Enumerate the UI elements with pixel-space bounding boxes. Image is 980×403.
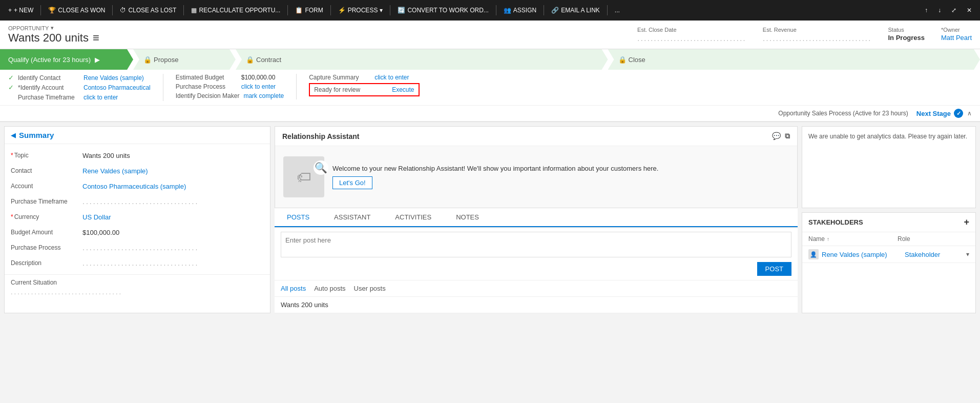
stakeholders-add-button[interactable]: + [964,217,969,228]
contact-value[interactable]: Rene Valdes (sample) [82,167,264,175]
ra-action-icons: 💬 ⧉ [772,132,790,140]
filter-auto-posts[interactable]: Auto posts [314,285,345,292]
close-as-won-button[interactable]: 🏆 CLOSE AS WON [44,5,109,16]
toolbar-separator-9 [607,5,608,15]
post-input[interactable] [281,232,791,257]
stage-contract[interactable]: 🔒 Contract [236,49,608,70]
down-button[interactable]: ↓ [934,5,945,16]
contract-label: Contract [256,56,281,64]
est-revenue-value: ................................. [763,34,872,43]
purchase-timeframe-form-value[interactable]: ................................. [82,197,264,206]
toolbar-separator-7 [496,5,496,15]
col-name-label: Name [808,235,825,243]
process-chevron-icon: ▾ [380,7,383,14]
first-post-item: Wants 200 units [275,297,798,313]
form-row-description: Description ............................… [11,256,264,270]
ra-expand-icon[interactable]: ⧉ [785,132,790,140]
stage-col-3: Capture Summary click to enter Ready for… [309,74,431,96]
more-label: ... [615,7,620,14]
up-button[interactable]: ↑ [921,5,932,16]
title-menu-icon[interactable]: ≡ [93,31,99,45]
summary-section-header[interactable]: ◀ Summary [5,127,270,144]
stage-row-capture-summary: Capture Summary click to enter [309,74,419,81]
right-section: We are unable to get analytics data. Ple… [802,126,976,313]
purchase-timeframe-form-label: Purchase Timeframe [11,198,82,205]
expand-button[interactable]: ⤢ [947,5,961,16]
stage-qualify[interactable]: Qualify (Active for 23 hours) ▶ [0,49,133,70]
description-value[interactable]: ................................. [82,259,264,267]
close-lock-icon: 🔒 [618,56,627,64]
collapse-icon[interactable]: ∧ [967,110,972,117]
tab-assistant[interactable]: ASSISTANT [322,208,383,227]
assign-icon: 👥 [504,7,511,14]
header-left: OPPORTUNITY ▾ Wants 200 units ≡ [8,25,99,45]
stakeholders-header: STAKEHOLDERS + [802,213,975,232]
execute-value[interactable]: Execute [392,86,414,93]
stakeholders-columns: Name ↑ Role [802,232,975,246]
current-situation-value[interactable]: ................................. [11,288,264,296]
currency-value[interactable]: US Dollar [82,213,264,221]
account-value[interactable]: Contoso Pharmaceuticals (sample) [82,183,264,190]
toolbar-separator-2 [112,5,113,15]
email-link-button[interactable]: 🔗 EMAIL A LINK [547,5,604,16]
stage-row-purchase-timeframe: ✓ Purchase Timeframe click to enter [8,93,151,101]
form-button[interactable]: 📋 FORM [291,5,327,16]
header-meta: Est. Close Date ........................… [637,27,972,43]
status-value: In Progress [888,34,925,42]
filter-user-posts[interactable]: User posts [354,285,386,292]
identify-decision-maker-value[interactable]: mark complete [243,92,284,99]
identify-account-label: *Identify Account [18,84,79,91]
identify-account-value[interactable]: Contoso Pharmaceutical [84,84,151,91]
tab-posts[interactable]: POSTS [275,208,322,227]
stage-footer: Opportunity Sales Process (Active for 23… [0,106,980,122]
contact-label: Contact [11,167,82,174]
stakeholder-name[interactable]: Rene Valdes (sample) [822,251,905,258]
purchase-timeframe-value[interactable]: click to enter [84,94,118,101]
filter-all-posts[interactable]: All posts [281,285,306,292]
email-label: EMAIL A LINK [561,7,600,14]
next-stage-button[interactable]: Next Stage ✓ [916,109,963,118]
close-button[interactable]: ✕ [963,5,976,16]
lets-go-button[interactable]: Let's Go! [332,176,372,189]
ra-chat-icon[interactable]: 💬 [772,132,781,140]
purchase-process-value[interactable]: click to enter [241,83,276,90]
stakeholder-role[interactable]: Stakeholder [905,251,966,258]
status-label: Status [888,27,925,33]
more-button[interactable]: ... [611,5,624,16]
convert-button[interactable]: 🔄 CONVERT TO WORK ORD... [393,5,492,16]
col-role: Role [898,235,959,243]
post-button[interactable]: POST [757,262,791,276]
toolbar-separator-1 [40,5,41,15]
close-as-lost-button[interactable]: ⏱ CLOSE AS LOST [116,5,180,16]
stage-close[interactable]: 🔒 Close [608,49,981,70]
identify-contact-value[interactable]: Rene Valdes (sample) [84,74,144,82]
stakeholders-panel: STAKEHOLDERS + Name ↑ Role 👤 Rene Valdes… [802,212,976,313]
tab-notes[interactable]: NOTES [444,208,491,227]
owner-value[interactable]: Matt Peart [941,34,972,42]
sort-name-icon[interactable]: ↑ [827,236,829,242]
breadcrumb[interactable]: OPPORTUNITY ▾ [8,25,99,31]
currency-label: Currency [11,213,82,220]
purchase-process-form-value[interactable]: ................................. [82,244,264,252]
capture-summary-label: Capture Summary [309,74,370,81]
current-situation-label: Current Situation [11,279,264,286]
assign-button[interactable]: 👥 ASSIGN [499,5,540,16]
current-situation: Current Situation ......................… [5,274,270,300]
capture-summary-value[interactable]: click to enter [374,74,409,81]
ra-title: Relationship Assistant [282,132,359,140]
stage-row-estimated-budget: Estimated Budget $100,000.00 [176,74,284,81]
stakeholder-avatar: 👤 [808,249,819,259]
new-button[interactable]: + + NEW [4,5,37,16]
stage-row-purchase-process: Purchase Process click to enter [176,83,284,90]
est-close-date-field: Est. Close Date ........................… [637,27,746,43]
account-label: Account [11,183,82,190]
process-button[interactable]: ⚡ PROCESS ▾ [334,5,387,16]
form-row-budget: Budget Amount $100,000.00 [11,225,264,239]
stakeholder-expand-icon[interactable]: ▾ [966,251,969,258]
stage-col-2: Estimated Budget $100,000.00 Purchase Pr… [176,74,297,99]
stage-propose[interactable]: 🔒 Propose [133,49,236,70]
post-footer: POST [281,262,791,276]
recalculate-button[interactable]: ▦ RECALCULATE OPPORTU... [187,5,284,16]
lost-icon: ⏱ [120,7,126,14]
tab-activities[interactable]: ACTIVITIES [383,208,444,227]
